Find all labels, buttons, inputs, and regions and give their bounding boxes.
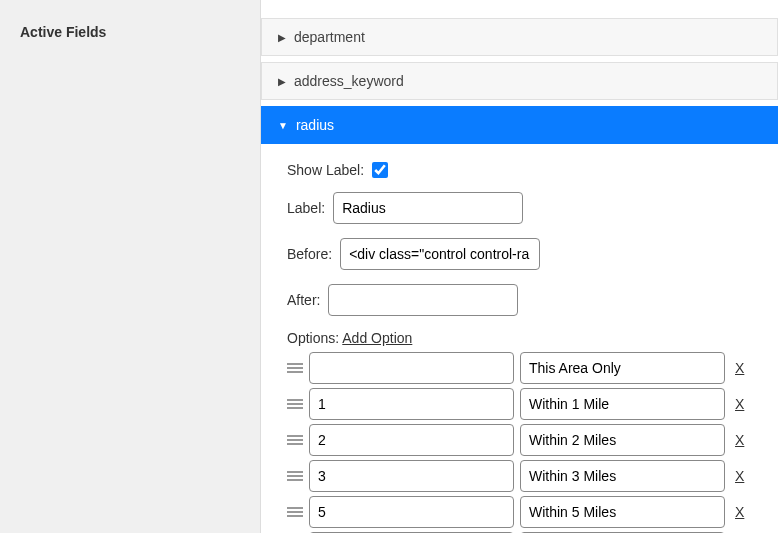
option-row: X xyxy=(287,388,752,420)
after-label: After: xyxy=(287,292,320,308)
option-value-input[interactable] xyxy=(309,496,514,528)
sidebar-title: Active Fields xyxy=(20,24,106,40)
options-label: Options: xyxy=(287,330,339,346)
option-label-input[interactable] xyxy=(520,388,725,420)
field-header-department[interactable]: ▶ department xyxy=(261,18,778,56)
option-label-input[interactable] xyxy=(520,460,725,492)
option-delete-button[interactable]: X xyxy=(731,504,748,520)
option-delete-button[interactable]: X xyxy=(731,468,748,484)
caret-down-icon: ▼ xyxy=(278,120,288,131)
drag-handle-icon[interactable] xyxy=(287,470,303,482)
show-label-label: Show Label: xyxy=(287,162,364,178)
drag-handle-icon[interactable] xyxy=(287,434,303,446)
option-row: X xyxy=(287,352,752,384)
option-delete-button[interactable]: X xyxy=(731,432,748,448)
field-header-label: department xyxy=(294,29,365,45)
field-header-address-keyword[interactable]: ▶ address_keyword xyxy=(261,62,778,100)
field-header-radius[interactable]: ▼ radius xyxy=(261,106,778,144)
sidebar: Active Fields xyxy=(0,0,260,533)
label-input[interactable] xyxy=(333,192,523,224)
option-delete-button[interactable]: X xyxy=(731,360,748,376)
before-input[interactable] xyxy=(340,238,540,270)
option-value-input[interactable] xyxy=(309,388,514,420)
after-input[interactable] xyxy=(328,284,518,316)
option-row: X xyxy=(287,496,752,528)
option-delete-button[interactable]: X xyxy=(731,396,748,412)
option-label-input[interactable] xyxy=(520,496,725,528)
drag-handle-icon[interactable] xyxy=(287,506,303,518)
option-label-input[interactable] xyxy=(520,424,725,456)
label-label: Label: xyxy=(287,200,325,216)
field-body-radius: Show Label: Label: Before: After: Option… xyxy=(261,144,778,533)
add-option-link[interactable]: Add Option xyxy=(342,330,412,346)
option-value-input[interactable] xyxy=(309,352,514,384)
option-row: X xyxy=(287,424,752,456)
caret-right-icon: ▶ xyxy=(278,32,286,43)
option-value-input[interactable] xyxy=(309,424,514,456)
drag-handle-icon[interactable] xyxy=(287,398,303,410)
show-label-checkbox[interactable] xyxy=(372,162,388,178)
drag-handle-icon[interactable] xyxy=(287,362,303,374)
option-row: X xyxy=(287,460,752,492)
option-value-input[interactable] xyxy=(309,460,514,492)
main-panel: ▶ department ▶ address_keyword ▼ radius … xyxy=(260,0,778,533)
options-list: XXXXXX xyxy=(287,352,752,533)
field-header-label: radius xyxy=(296,117,334,133)
field-header-label: address_keyword xyxy=(294,73,404,89)
option-label-input[interactable] xyxy=(520,352,725,384)
before-label: Before: xyxy=(287,246,332,262)
caret-right-icon: ▶ xyxy=(278,76,286,87)
